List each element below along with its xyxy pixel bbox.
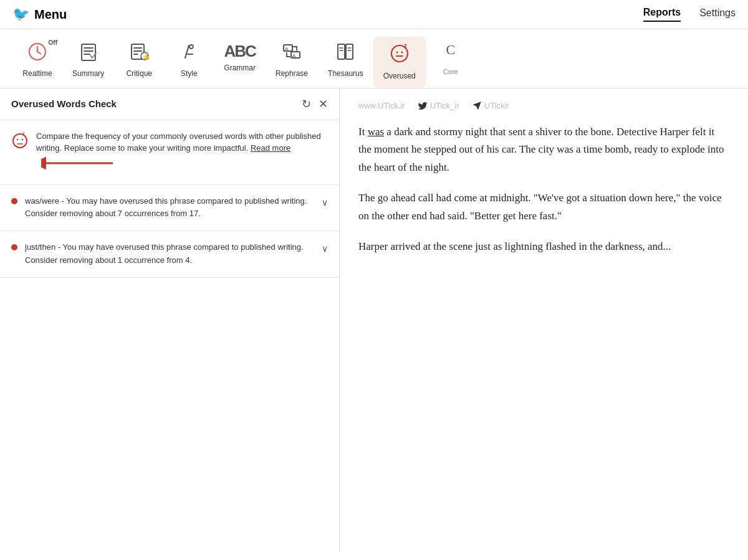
- header-nav: Reports Settings: [643, 7, 736, 22]
- toolbar-section-label: Core: [426, 68, 476, 79]
- editor-paragraph-3: Harper arrived at the scene just as ligh…: [358, 238, 729, 256]
- toolbar-label-critique: Critique: [127, 69, 152, 78]
- toolbar-label-summary: Summary: [72, 69, 104, 78]
- rephrase-icon: A A: [282, 42, 302, 67]
- grammar-icon: ABC: [224, 42, 256, 61]
- svg-rect-3: [82, 44, 95, 60]
- editor-paragraph-2: The go ahead call had come at midnight. …: [358, 189, 729, 225]
- right-panel[interactable]: www.UTick.ir UTick_ir UTickir It was a d…: [340, 88, 748, 552]
- arrow-annotation: [41, 154, 116, 174]
- watermark-twitter: UTick_ir: [418, 101, 459, 111]
- word-dot-2: [11, 244, 17, 250]
- highlighted-word: was: [368, 126, 384, 138]
- toolbar-label-overused: Overused: [383, 72, 416, 80]
- svg-text:A: A: [285, 46, 289, 52]
- panel-actions: ↻ ✕: [302, 97, 328, 111]
- menu-label[interactable]: Menu: [34, 7, 67, 22]
- main: Overused Words Check ↻ ✕ z: [0, 88, 748, 552]
- off-badge: off: [49, 39, 57, 46]
- toolbar-group-core: C: [426, 37, 476, 68]
- toolbar-item-realtime[interactable]: off Realtime: [12, 37, 62, 85]
- svg-text:👍: 👍: [143, 52, 149, 60]
- toolbar-item-overused[interactable]: z Overused: [373, 37, 426, 88]
- word-text-2: just/then - You may have overused this p…: [25, 241, 314, 267]
- toolbar-label-style: Style: [181, 69, 198, 78]
- toolbar-item-thesaurus[interactable]: Thesaurus: [318, 37, 373, 85]
- logo-icon: 🐦: [12, 6, 29, 22]
- panel-content: z Compare the frequency of your commonly…: [0, 120, 339, 552]
- svg-point-31: [13, 134, 27, 148]
- arrow-svg: [41, 154, 116, 172]
- toolbar-item-critique[interactable]: 👍 Critique: [114, 37, 164, 85]
- watermark-url: www.UTick.ir: [358, 101, 405, 110]
- svg-rect-20: [338, 44, 345, 59]
- toolbar-label-thesaurus: Thesaurus: [328, 69, 363, 78]
- svg-point-28: [401, 52, 403, 54]
- expand-icon-1[interactable]: ∨: [322, 197, 328, 208]
- summary-icon: [79, 42, 98, 67]
- svg-point-27: [396, 52, 398, 54]
- svg-point-33: [22, 138, 24, 140]
- editor-content[interactable]: It was a dark and stormy night that sent…: [358, 123, 729, 256]
- header-left: 🐦 Menu: [12, 6, 67, 22]
- close-button[interactable]: ✕: [319, 97, 328, 111]
- svg-text:A: A: [292, 53, 296, 59]
- toolbar-label-rephrase: Rephrase: [276, 69, 308, 78]
- watermark-telegram: UTickir: [472, 101, 509, 111]
- info-text-block: Compare the frequency of your commonly o…: [36, 130, 328, 174]
- more-icon: C: [446, 42, 455, 58]
- info-block: z Compare the frequency of your commonly…: [0, 120, 339, 185]
- toolbar: off Realtime Summary: [0, 29, 748, 88]
- word-item-1: was/were - You may have overused this ph…: [0, 185, 339, 232]
- toolbar-item-summary[interactable]: Summary: [62, 37, 114, 85]
- word-text-1: was/were - You may have overused this ph…: [25, 195, 314, 221]
- read-more-link[interactable]: Read more: [251, 143, 290, 153]
- nav-reports[interactable]: Reports: [643, 7, 681, 22]
- critique-icon: 👍: [129, 42, 149, 67]
- toolbar-label-grammar: Grammar: [224, 64, 256, 72]
- style-icon: [179, 42, 199, 67]
- toolbar-item-more[interactable]: C: [426, 37, 476, 68]
- info-description: Compare the frequency of your commonly o…: [36, 131, 321, 153]
- refresh-button[interactable]: ↻: [302, 97, 311, 111]
- toolbar-item-grammar[interactable]: ABC Grammar: [214, 37, 266, 80]
- overused-icon: z: [388, 42, 411, 69]
- toolbar-section-core: C Core: [426, 37, 476, 79]
- toolbar-item-style[interactable]: Style: [164, 37, 214, 85]
- nav-settings[interactable]: Settings: [699, 7, 736, 21]
- svg-point-15: [189, 45, 193, 49]
- editor-watermark: www.UTick.ir UTick_ir UTickir: [358, 101, 729, 111]
- panel-title: Overused Words Check: [11, 98, 117, 109]
- word-dot-1: [11, 198, 17, 204]
- svg-line-2: [37, 52, 41, 54]
- svg-line-13: [185, 45, 189, 58]
- panel-header: Overused Words Check ↻ ✕: [0, 88, 339, 120]
- word-item-2: just/then - You may have overused this p…: [0, 231, 339, 278]
- toolbar-item-rephrase[interactable]: A A Rephrase: [266, 37, 318, 85]
- svg-point-32: [17, 138, 19, 140]
- expand-icon-2[interactable]: ∨: [322, 244, 328, 254]
- realtime-icon: [27, 42, 47, 67]
- svg-rect-21: [346, 44, 353, 59]
- thesaurus-icon: [335, 42, 355, 67]
- svg-text:z: z: [22, 131, 25, 136]
- header: 🐦 Menu Reports Settings: [0, 0, 748, 29]
- overused-face-icon: z: [11, 131, 29, 153]
- svg-text:z: z: [404, 42, 407, 49]
- editor-paragraph-1: It was a dark and stormy night that sent…: [358, 123, 729, 178]
- left-panel: Overused Words Check ↻ ✕ z: [0, 88, 340, 552]
- toolbar-label-realtime: Realtime: [22, 69, 52, 78]
